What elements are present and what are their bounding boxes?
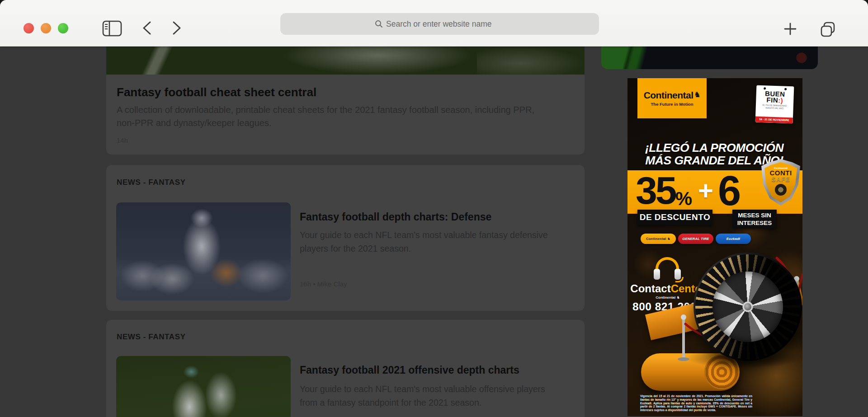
shield-line2: SAFE bbox=[764, 176, 797, 183]
shield-line1: CONTI bbox=[764, 169, 797, 176]
article-thumbnail[interactable] bbox=[116, 356, 291, 417]
minimize-window-button[interactable] bbox=[41, 23, 51, 33]
ad-legal-text: Vigencia del 15 al 21 de noviembre de 20… bbox=[640, 394, 752, 412]
article-timestamp: 14h bbox=[117, 136, 128, 144]
article-thumbnail[interactable] bbox=[116, 202, 291, 300]
article-title[interactable]: Fantasy football cheat sheet central bbox=[117, 85, 316, 99]
search-input[interactable] bbox=[386, 19, 505, 29]
hero-image bbox=[106, 47, 585, 75]
article-card[interactable]: NEWS - FANTASY Fantasy football 2021 off… bbox=[106, 320, 585, 417]
back-button-icon[interactable] bbox=[141, 21, 154, 35]
shield-tire-icon bbox=[775, 184, 787, 196]
zoom-window-button[interactable] bbox=[58, 23, 68, 33]
article-card[interactable]: NEWS - FANTASY Fantasy football depth ch… bbox=[106, 165, 585, 311]
page-content: Fantasy football cheat sheet central A c… bbox=[0, 47, 868, 417]
sidebar-toggle-icon[interactable] bbox=[102, 20, 122, 37]
search-icon bbox=[375, 20, 383, 28]
continental-ad[interactable]: Continental♞ The Future in Motion BUEN F… bbox=[627, 78, 802, 416]
browser-toolbar bbox=[0, 0, 868, 47]
article-description: Your guide to each NFL team's most valua… bbox=[300, 228, 551, 255]
article-title[interactable]: Fantasy football depth charts: Defense bbox=[300, 211, 491, 223]
article-byline: 16h • Mike Clay bbox=[300, 280, 347, 288]
section-label: NEWS - FANTASY bbox=[117, 178, 186, 187]
article-description: Your guide to each NFL team's most valua… bbox=[300, 382, 551, 409]
close-window-button[interactable] bbox=[24, 23, 34, 33]
article-card-hero[interactable]: Fantasy football cheat sheet central A c… bbox=[106, 47, 585, 155]
top-ad-banner[interactable] bbox=[601, 47, 818, 69]
article-title[interactable]: Fantasy football 2021 offensive depth ch… bbox=[300, 364, 519, 376]
browser-window: Fantasy football cheat sheet central A c… bbox=[0, 0, 868, 417]
article-description: A collection of downloadable, printable … bbox=[117, 103, 553, 130]
forward-button-icon[interactable] bbox=[170, 21, 183, 35]
address-search-bar[interactable] bbox=[280, 13, 599, 35]
tab-overview-icon[interactable] bbox=[820, 21, 836, 37]
new-tab-icon[interactable] bbox=[783, 22, 797, 36]
section-label: NEWS - FANTASY bbox=[117, 333, 186, 342]
velvet-rope-graphic bbox=[627, 78, 802, 416]
